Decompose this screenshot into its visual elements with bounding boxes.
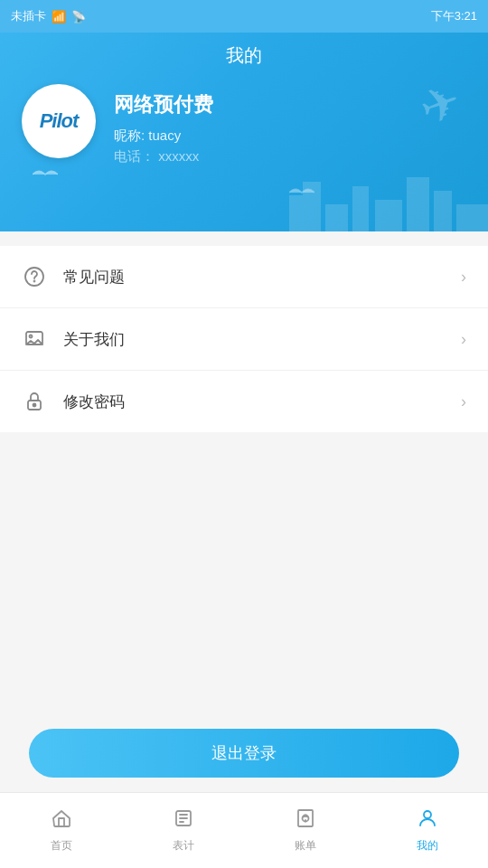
bird-decoration-1 <box>33 167 58 182</box>
meter-icon <box>173 807 194 835</box>
meter-nav-label: 表计 <box>173 838 194 854</box>
nickname-value: tuacy <box>148 127 181 143</box>
mine-nav-label: 我的 <box>417 838 438 854</box>
svg-rect-15 <box>298 810 313 826</box>
status-left: 未插卡 📶 📡 <box>11 8 86 24</box>
logout-container: 退出登录 <box>0 729 488 778</box>
menu-item-faq[interactable]: 常见问题 › <box>0 246 488 308</box>
signal-icon: 📡 <box>71 10 86 24</box>
about-label: 关于我们 <box>63 329 461 350</box>
city-decoration <box>289 159 488 231</box>
about-icon <box>22 326 47 352</box>
about-arrow: › <box>461 330 466 349</box>
phone-value: xxxxxx <box>158 148 199 164</box>
menu-item-password[interactable]: 修改密码 › <box>0 371 488 432</box>
pilot-logo: Pilot <box>40 109 79 133</box>
menu-item-about[interactable]: 关于我们 › <box>0 308 488 371</box>
avatar: Pilot <box>22 84 96 158</box>
page-title: 我的 <box>0 43 488 68</box>
carrier-label: 未插卡 <box>11 8 46 24</box>
svg-rect-3 <box>352 186 369 231</box>
bottom-nav: 首页 表计 账单 我的 <box>0 792 488 868</box>
svg-rect-6 <box>434 191 452 231</box>
home-nav-label: 首页 <box>51 838 72 854</box>
svg-rect-1 <box>303 182 321 231</box>
faq-icon <box>22 264 47 289</box>
status-right: 下午3:21 <box>431 8 477 24</box>
svg-rect-2 <box>325 204 348 231</box>
profile-area: Pilot 网络预付费 昵称: tuacy 电话： xxxxxx <box>0 84 488 169</box>
phone-row: 电话： xxxxxx <box>114 148 213 165</box>
nav-item-mine[interactable]: 我的 <box>366 793 488 868</box>
service-name: 网络预付费 <box>114 91 213 118</box>
home-icon <box>51 807 72 835</box>
time-label: 下午3:21 <box>431 8 477 24</box>
svg-point-9 <box>34 281 35 282</box>
menu-section: 常见问题 › 关于我们 › 修改密码 › <box>0 246 488 432</box>
nav-item-bill[interactable]: 账单 <box>244 793 366 868</box>
svg-rect-5 <box>407 177 429 231</box>
nav-item-home[interactable]: 首页 <box>0 793 122 868</box>
password-arrow: › <box>461 392 466 411</box>
logout-button[interactable]: 退出登录 <box>29 729 459 778</box>
password-label: 修改密码 <box>63 392 461 412</box>
bill-icon <box>295 807 316 835</box>
svg-point-13 <box>33 404 36 407</box>
lock-icon <box>22 389 47 414</box>
header-section: 我的 Pilot 网络预付费 昵称: tuacy 电话： xxxxxx ✈ <box>0 33 488 231</box>
svg-point-17 <box>424 811 431 818</box>
status-bar: 未插卡 📶 📡 下午3:21 <box>0 0 488 33</box>
nickname-row: 昵称: tuacy <box>114 127 213 145</box>
faq-label: 常见问题 <box>63 267 461 288</box>
nav-item-meter[interactable]: 表计 <box>122 793 244 868</box>
phone-label: 电话： <box>114 148 155 164</box>
faq-arrow: › <box>461 268 466 287</box>
svg-point-11 <box>30 335 33 338</box>
svg-rect-7 <box>456 204 488 231</box>
svg-rect-4 <box>375 200 402 231</box>
bill-nav-label: 账单 <box>295 838 316 854</box>
mine-icon <box>417 807 438 835</box>
nickname-label: 昵称: <box>114 127 145 143</box>
profile-info: 网络预付费 昵称: tuacy 电话： xxxxxx <box>114 84 213 169</box>
wifi-icon: 📶 <box>52 10 66 24</box>
